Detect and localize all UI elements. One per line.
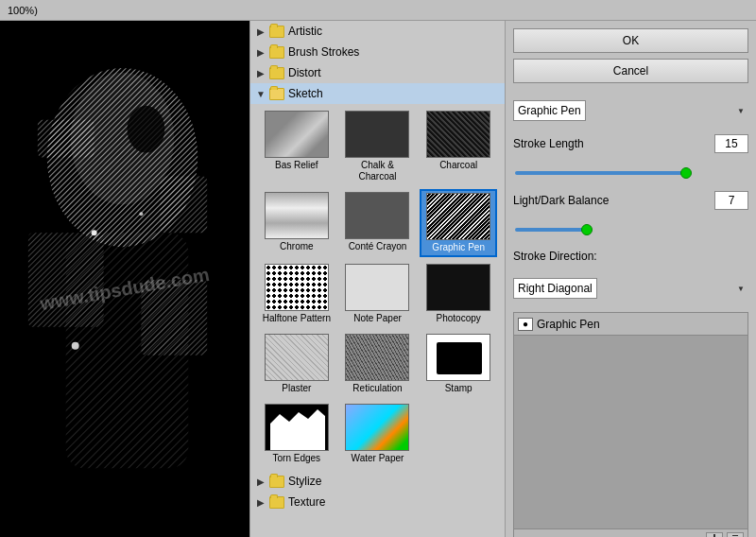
category-distort[interactable]: ▶ Distort	[250, 62, 505, 83]
svg-rect-16	[437, 342, 482, 374]
category-stylize[interactable]: ▶ Stylize	[250, 471, 505, 492]
arrow-texture: ▶	[254, 495, 267, 509]
preview-svg	[0, 21, 249, 537]
name-notepaper: Note Paper	[353, 313, 402, 324]
layers-title: Graphic Pen	[537, 318, 600, 331]
name-plaster: Plaster	[282, 383, 311, 394]
category-artistic[interactable]: ▶ Artistic	[250, 21, 505, 42]
stroke-length-input[interactable]	[714, 134, 748, 153]
ok-button[interactable]: OK	[513, 28, 748, 53]
folder-artistic	[269, 26, 284, 38]
svg-point-13	[139, 212, 143, 216]
filters-scroll[interactable]: ▶ Artistic ▶ Brush Strokes ▶ Distort ▼ S…	[250, 21, 505, 537]
delete-layer-btn[interactable]	[727, 532, 744, 538]
filter-name-select[interactable]: Graphic Pen	[513, 100, 586, 121]
thumb-waterpaper	[345, 404, 409, 451]
thumb-reticulation	[345, 334, 409, 381]
name-tornedges: Torn Edges	[273, 453, 321, 464]
name-chrome: Chrome	[280, 241, 314, 252]
category-texture[interactable]: ▶ Texture	[250, 492, 505, 512]
folder-sketch	[269, 88, 284, 100]
stroke-dir-wrapper: Right Diagonal Left Diagonal Vertical Ho…	[513, 278, 748, 299]
title-bar: 100%)	[0, 0, 756, 21]
filter-charcoal[interactable]: Charcoal	[420, 108, 497, 185]
thumb-graphicpen	[426, 193, 490, 240]
stroke-dir-row: Stroke Direction:	[513, 250, 748, 267]
svg-point-12	[92, 230, 97, 235]
filter-chrome[interactable]: Chrome	[258, 189, 335, 257]
thumb-photocopy	[426, 264, 490, 311]
category-brushstrokes[interactable]: ▶ Brush Strokes	[250, 42, 505, 62]
svg-rect-22	[732, 535, 738, 536]
name-photocopy: Photocopy	[437, 313, 481, 324]
svg-rect-10	[28, 233, 104, 327]
filter-waterpaper[interactable]: Water Paper	[339, 401, 417, 467]
name-reticulation: Reticulation	[352, 383, 402, 394]
thumb-basrelief	[265, 111, 329, 158]
filter-halftone[interactable]: Halftone Pattern	[258, 261, 335, 327]
folder-brushstrokes	[269, 46, 284, 59]
filter-name-dropdown-wrapper: Graphic Pen	[513, 100, 748, 121]
layers-header: ● Graphic Pen	[514, 313, 747, 336]
preview-panel: www.tipsdude.com ◀ 100% 50% 200% ▶	[0, 21, 250, 537]
label-texture: Texture	[288, 495, 325, 509]
name-charcoal: Charcoal	[439, 160, 477, 171]
sketch-filter-grid: Bas Relief Chalk & Charcoal Charcoal Chr…	[250, 104, 505, 471]
light-dark-slider[interactable]	[515, 228, 747, 232]
category-sketch[interactable]: ▼ Sketch	[250, 83, 505, 104]
filter-tornedges[interactable]: Torn Edges	[258, 401, 335, 467]
filter-graphicpen[interactable]: Graphic Pen	[420, 189, 497, 257]
svg-rect-20	[713, 534, 715, 538]
title-label: 100%)	[8, 5, 38, 16]
arrow-stylize: ▶	[254, 475, 267, 488]
svg-rect-11	[141, 280, 207, 355]
light-dark-input[interactable]	[714, 191, 748, 210]
light-dark-label: Light/Dark Balance	[513, 194, 612, 207]
cancel-button[interactable]: Cancel	[513, 59, 748, 83]
thumb-tornedges	[265, 404, 329, 451]
stroke-length-slider[interactable]	[515, 171, 747, 175]
stroke-length-row: Stroke Length	[513, 134, 748, 153]
filter-reticulation[interactable]: Reticulation	[339, 331, 417, 397]
folder-stylize	[269, 476, 284, 488]
name-chalkcharcoal: Chalk & Charcoal	[342, 160, 414, 182]
folder-texture	[269, 496, 284, 509]
svg-point-7	[127, 106, 164, 153]
thumb-chrome	[265, 192, 329, 239]
svg-rect-8	[38, 120, 94, 158]
filters-panel: ▶ Artistic ▶ Brush Strokes ▶ Distort ▼ S…	[250, 21, 506, 537]
arrow-sketch: ▼	[254, 87, 267, 100]
name-contecrayon: Conté Crayon	[349, 241, 407, 252]
stroke-dir-select[interactable]: Right Diagonal Left Diagonal Vertical Ho…	[513, 278, 597, 299]
thumb-chalkcharcoal	[345, 111, 409, 158]
eye-icon[interactable]: ●	[518, 318, 533, 331]
arrow-distort: ▶	[254, 66, 267, 79]
name-basrelief: Bas Relief	[275, 160, 318, 171]
filter-name-row: Graphic Pen	[513, 100, 748, 121]
main-container: www.tipsdude.com ◀ 100% 50% 200% ▶ ▶ Art…	[0, 21, 756, 537]
new-layer-btn[interactable]	[706, 532, 723, 538]
filter-photocopy[interactable]: Photocopy	[420, 261, 497, 327]
label-artistic: Artistic	[288, 25, 322, 38]
label-sketch: Sketch	[288, 87, 323, 100]
name-graphicpen: Graphic Pen	[432, 242, 485, 253]
preview-image: www.tipsdude.com	[0, 21, 249, 537]
filter-plaster[interactable]: Plaster	[258, 331, 335, 397]
label-brushstrokes: Brush Strokes	[288, 45, 359, 59]
right-panel: OK Cancel Graphic Pen Stroke Length Ligh…	[506, 21, 756, 537]
svg-rect-9	[160, 176, 207, 233]
arrow-brushstrokes: ▶	[254, 45, 267, 59]
thumb-contecrayon	[345, 192, 409, 239]
label-distort: Distort	[288, 66, 321, 79]
svg-point-14	[72, 342, 79, 350]
filter-notepaper[interactable]: Note Paper	[339, 261, 417, 327]
light-dark-row: Light/Dark Balance	[513, 191, 748, 210]
folder-distort	[269, 67, 284, 79]
filter-stamp[interactable]: Stamp	[420, 331, 497, 397]
filter-contecrayon[interactable]: Conté Crayon	[339, 189, 417, 257]
name-halftone: Halftone Pattern	[263, 313, 331, 324]
layers-scroll[interactable]	[514, 336, 747, 528]
filter-basrelief[interactable]: Bas Relief	[258, 108, 335, 185]
filter-chalkcharcoal[interactable]: Chalk & Charcoal	[339, 108, 417, 185]
thumb-plaster	[265, 334, 329, 381]
